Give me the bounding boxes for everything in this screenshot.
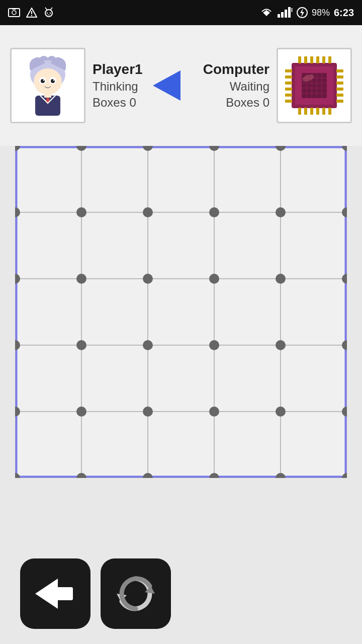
svg-rect-58: [322, 56, 325, 63]
svg-rect-10: [278, 14, 280, 18]
player1-info: Player1 Thinking Boxes 0: [93, 61, 143, 110]
wifi-icon: [259, 7, 274, 18]
player1-name: Player1: [93, 61, 143, 77]
svg-point-8: [50, 13, 51, 14]
player1-character: [13, 50, 83, 121]
svg-point-88: [76, 207, 86, 217]
cat-icon: [43, 7, 54, 18]
player1-status: Thinking: [93, 79, 138, 94]
warning-icon: [26, 8, 37, 18]
game-grid[interactable]: [15, 146, 347, 478]
svg-point-5: [31, 15, 32, 16]
grid-svg[interactable]: [15, 146, 347, 478]
computer-name: Computer: [203, 61, 269, 77]
svg-rect-43: [285, 75, 292, 78]
bottom-buttons: [0, 558, 362, 629]
refresh-icon: [116, 574, 156, 614]
svg-rect-61: [304, 108, 307, 115]
turn-arrow: [153, 68, 193, 103]
back-arrow-icon: [35, 576, 75, 611]
status-bar: R 98% 6:23: [0, 0, 362, 25]
svg-point-100: [76, 340, 86, 350]
svg-rect-46: [285, 94, 292, 97]
svg-point-96: [209, 274, 219, 284]
bolt-icon: [297, 7, 308, 18]
svg-rect-56: [310, 56, 313, 63]
refresh-button[interactable]: [101, 558, 171, 629]
svg-point-6: [45, 10, 52, 17]
player-area: Player1 Thinking Boxes 0 Computer Waitin…: [0, 25, 362, 146]
svg-rect-57: [316, 56, 319, 63]
svg-point-95: [143, 274, 153, 284]
svg-rect-118: [55, 587, 73, 600]
svg-point-101: [143, 340, 153, 350]
svg-point-94: [76, 274, 86, 284]
svg-point-1: [12, 11, 16, 15]
svg-rect-28: [44, 94, 51, 98]
svg-point-103: [276, 340, 286, 350]
status-bar-left: [8, 7, 54, 18]
svg-rect-62: [310, 108, 313, 115]
computer-avatar: [277, 48, 352, 123]
svg-point-97: [276, 274, 286, 284]
svg-rect-64: [322, 108, 325, 115]
svg-point-19: [34, 68, 62, 95]
back-button[interactable]: [20, 558, 90, 629]
svg-rect-59: [328, 56, 331, 63]
svg-point-102: [209, 340, 219, 350]
player1-avatar: [10, 48, 85, 123]
svg-rect-65: [328, 108, 331, 115]
clock: 6:23: [334, 7, 354, 19]
svg-rect-0: [9, 9, 20, 17]
svg-marker-117: [35, 579, 58, 609]
svg-marker-29: [153, 70, 180, 101]
status-bar-right: R 98% 6:23: [259, 7, 354, 19]
svg-rect-2: [12, 8, 16, 10]
svg-point-108: [209, 407, 219, 417]
battery-percent: 98%: [312, 8, 330, 18]
svg-point-89: [143, 207, 153, 217]
svg-rect-13: [288, 7, 291, 18]
player1-boxes: Boxes 0: [93, 96, 136, 110]
svg-rect-63: [316, 108, 319, 115]
cpu-chip: [279, 50, 349, 121]
computer-boxes: Boxes 0: [226, 96, 269, 110]
svg-point-24: [43, 79, 45, 81]
svg-rect-45: [285, 88, 292, 91]
svg-rect-48: [336, 69, 343, 72]
computer-info: Computer Waiting Boxes 0: [203, 61, 269, 110]
svg-rect-52: [336, 94, 343, 97]
svg-point-109: [276, 407, 286, 417]
svg-point-91: [276, 207, 286, 217]
svg-point-25: [53, 79, 55, 81]
computer-status: Waiting: [230, 79, 269, 94]
svg-rect-53: [336, 100, 343, 103]
svg-rect-47: [285, 100, 292, 103]
svg-point-107: [143, 407, 153, 417]
svg-rect-51: [336, 88, 343, 91]
svg-text:R: R: [291, 8, 293, 13]
signal-icon: R: [278, 7, 293, 18]
svg-rect-60: [298, 108, 301, 115]
svg-rect-67: [15, 146, 347, 478]
svg-rect-50: [336, 82, 343, 85]
svg-rect-49: [336, 75, 343, 78]
svg-point-7: [47, 13, 48, 14]
svg-point-90: [209, 207, 219, 217]
svg-rect-12: [285, 10, 287, 18]
photo-icon: [8, 8, 20, 18]
svg-rect-42: [285, 69, 292, 72]
svg-rect-55: [304, 56, 307, 63]
svg-rect-11: [281, 12, 284, 18]
svg-rect-54: [298, 56, 301, 63]
svg-marker-16: [300, 8, 304, 17]
svg-point-106: [76, 407, 86, 417]
svg-rect-44: [285, 82, 292, 85]
